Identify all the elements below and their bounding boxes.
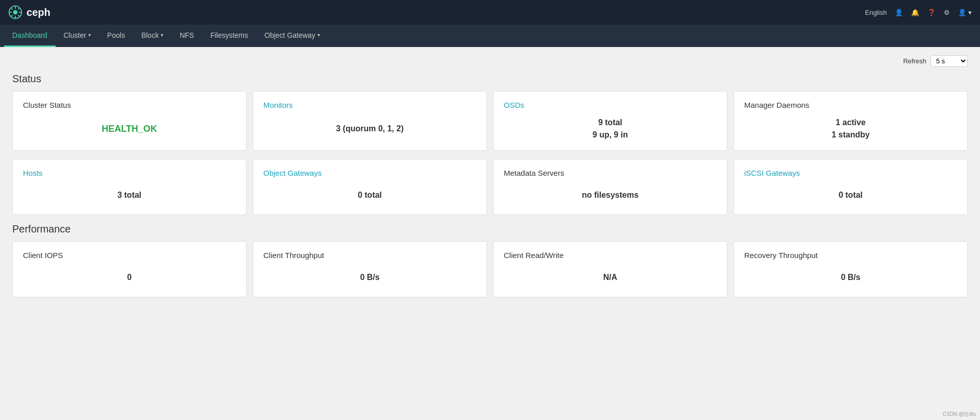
monitors-body: 3 (quorum 0, 1, 2) bbox=[263, 116, 476, 141]
hosts-card: Hosts 3 total bbox=[12, 159, 247, 215]
osds-value-total: 9 total bbox=[598, 116, 622, 129]
client-readwrite-body: N/A bbox=[504, 267, 717, 288]
client-iops-body: 0 bbox=[23, 267, 236, 288]
user-icon[interactable]: 👤 bbox=[895, 9, 903, 16]
status-row-2: Hosts 3 total Object Gateways 0 total Me… bbox=[12, 159, 968, 215]
svg-line-8 bbox=[18, 8, 20, 10]
client-readwrite-card: Client Read/Write N/A bbox=[493, 241, 727, 297]
manager-daemons-standby: 1 standby bbox=[831, 129, 870, 141]
block-arrow-icon: ▾ bbox=[161, 32, 163, 38]
nav-item-pools[interactable]: Pools bbox=[99, 25, 133, 47]
client-throughput-value: 0 B/s bbox=[360, 271, 379, 284]
cluster-status-title: Cluster Status bbox=[23, 101, 71, 109]
object-gateways-value: 0 total bbox=[358, 189, 382, 201]
client-throughput-body: 0 B/s bbox=[263, 267, 476, 288]
status-title: Status bbox=[12, 73, 968, 85]
cluster-status-value: HEALTH_OK bbox=[102, 122, 157, 136]
object-gateways-card: Object Gateways 0 total bbox=[253, 159, 487, 215]
ceph-logo: ceph bbox=[8, 5, 51, 19]
nav-label-block: Block bbox=[141, 31, 159, 39]
question-icon[interactable]: ❓ bbox=[927, 9, 936, 16]
recovery-throughput-body: 0 B/s bbox=[744, 267, 957, 288]
ceph-logo-icon bbox=[8, 5, 22, 19]
iscsi-gateways-title[interactable]: iSCSI Gateways bbox=[744, 169, 800, 177]
manager-daemons-title: Manager Daemons bbox=[744, 101, 810, 109]
monitors-title[interactable]: Monitors bbox=[263, 101, 293, 109]
nav-item-nfs[interactable]: NFS bbox=[172, 25, 202, 47]
iscsi-gateways-body: 0 total bbox=[744, 184, 957, 205]
metadata-servers-card: Metadata Servers no filesystems bbox=[493, 159, 727, 215]
hosts-value: 3 total bbox=[117, 189, 141, 201]
hosts-body: 3 total bbox=[23, 184, 236, 205]
nav-item-dashboard[interactable]: Dashboard bbox=[4, 25, 56, 47]
iscsi-gateways-card: iSCSI Gateways 0 total bbox=[733, 159, 968, 215]
performance-title: Performance bbox=[12, 223, 968, 235]
osds-card: OSDs 9 total 9 up, 9 in bbox=[493, 91, 727, 151]
metadata-servers-title: Metadata Servers bbox=[504, 169, 564, 177]
client-readwrite-title: Client Read/Write bbox=[504, 251, 564, 260]
nav-item-block[interactable]: Block ▾ bbox=[133, 25, 172, 47]
client-readwrite-value: N/A bbox=[603, 271, 618, 284]
svg-line-9 bbox=[11, 15, 13, 17]
metadata-servers-value: no filesystems bbox=[582, 189, 639, 201]
nav-label-dashboard: Dashboard bbox=[12, 31, 47, 39]
cluster-status-card: Cluster Status HEALTH_OK bbox=[12, 91, 247, 151]
performance-section: Performance Client IOPS 0 Client Through… bbox=[12, 223, 968, 297]
hosts-title[interactable]: Hosts bbox=[23, 169, 42, 177]
client-iops-card: Client IOPS 0 bbox=[12, 241, 247, 297]
nav-label-cluster: Cluster bbox=[64, 31, 86, 39]
nav-item-cluster[interactable]: Cluster ▾ bbox=[56, 25, 99, 47]
refresh-bar: Refresh 1 s 5 s 10 s 30 s 60 s bbox=[12, 55, 968, 67]
client-throughput-card: Client Throughput 0 B/s bbox=[253, 241, 487, 297]
cluster-status-body: HEALTH_OK bbox=[23, 116, 236, 141]
osds-value-updown: 9 up, 9 in bbox=[593, 129, 628, 141]
lang-selector[interactable]: English bbox=[865, 9, 887, 16]
manager-daemons-card: Manager Daemons 1 active 1 standby bbox=[733, 91, 968, 151]
performance-row: Client IOPS 0 Client Throughput 0 B/s Cl… bbox=[12, 241, 968, 297]
osds-title[interactable]: OSDs bbox=[504, 101, 524, 109]
svg-line-7 bbox=[18, 15, 20, 17]
refresh-label: Refresh bbox=[903, 57, 926, 65]
client-throughput-title: Client Throughput bbox=[263, 251, 324, 260]
recovery-throughput-card: Recovery Throughput 0 B/s bbox=[733, 241, 968, 297]
main-content: Refresh 1 s 5 s 10 s 30 s 60 s Status Cl… bbox=[0, 47, 980, 314]
client-iops-value: 0 bbox=[127, 271, 132, 284]
metadata-servers-body: no filesystems bbox=[504, 184, 717, 205]
svg-line-6 bbox=[11, 8, 13, 10]
svg-point-1 bbox=[13, 10, 18, 15]
nav-label-object-gateway: Object Gateway bbox=[264, 31, 315, 39]
osds-body: 9 total 9 up, 9 in bbox=[504, 116, 717, 141]
status-section: Status Cluster Status HEALTH_OK Monitors… bbox=[12, 73, 968, 215]
object-gateways-body: 0 total bbox=[263, 184, 476, 205]
client-iops-title: Client IOPS bbox=[23, 251, 63, 260]
manager-daemons-body: 1 active 1 standby bbox=[744, 116, 957, 141]
nav-item-object-gateway[interactable]: Object Gateway ▾ bbox=[256, 25, 328, 47]
nav-label-filesystems: Filesystems bbox=[210, 31, 248, 39]
object-gateways-title[interactable]: Object Gateways bbox=[263, 169, 322, 177]
manager-daemons-active: 1 active bbox=[836, 116, 866, 129]
topbar: ceph English 👤 🔔 ❓ ⚙ 👤 ▾ bbox=[0, 0, 980, 25]
monitors-value: 3 (quorum 0, 1, 2) bbox=[336, 123, 403, 135]
person-icon[interactable]: 👤 ▾ bbox=[958, 9, 972, 16]
logo-text: ceph bbox=[27, 7, 51, 18]
recovery-throughput-value: 0 B/s bbox=[841, 271, 860, 284]
bell-icon[interactable]: 🔔 bbox=[911, 9, 919, 16]
cluster-arrow-icon: ▾ bbox=[88, 32, 91, 38]
navbar: Dashboard Cluster ▾ Pools Block ▾ NFS Fi… bbox=[0, 25, 980, 47]
refresh-select[interactable]: 1 s 5 s 10 s 30 s 60 s bbox=[930, 55, 968, 67]
topbar-left: ceph bbox=[8, 5, 51, 19]
monitors-card: Monitors 3 (quorum 0, 1, 2) bbox=[253, 91, 487, 151]
gear-icon[interactable]: ⚙ bbox=[944, 9, 950, 16]
recovery-throughput-title: Recovery Throughput bbox=[744, 251, 818, 260]
topbar-right: English 👤 🔔 ❓ ⚙ 👤 ▾ bbox=[865, 9, 972, 16]
footer-note: CSDN @任dtu bbox=[943, 411, 976, 418]
nav-label-nfs: NFS bbox=[180, 31, 194, 39]
status-row-1: Cluster Status HEALTH_OK Monitors 3 (quo… bbox=[12, 91, 968, 151]
nav-item-filesystems[interactable]: Filesystems bbox=[202, 25, 256, 47]
object-gateway-arrow-icon: ▾ bbox=[317, 32, 320, 38]
iscsi-gateways-value: 0 total bbox=[839, 189, 863, 201]
nav-label-pools: Pools bbox=[107, 31, 125, 39]
